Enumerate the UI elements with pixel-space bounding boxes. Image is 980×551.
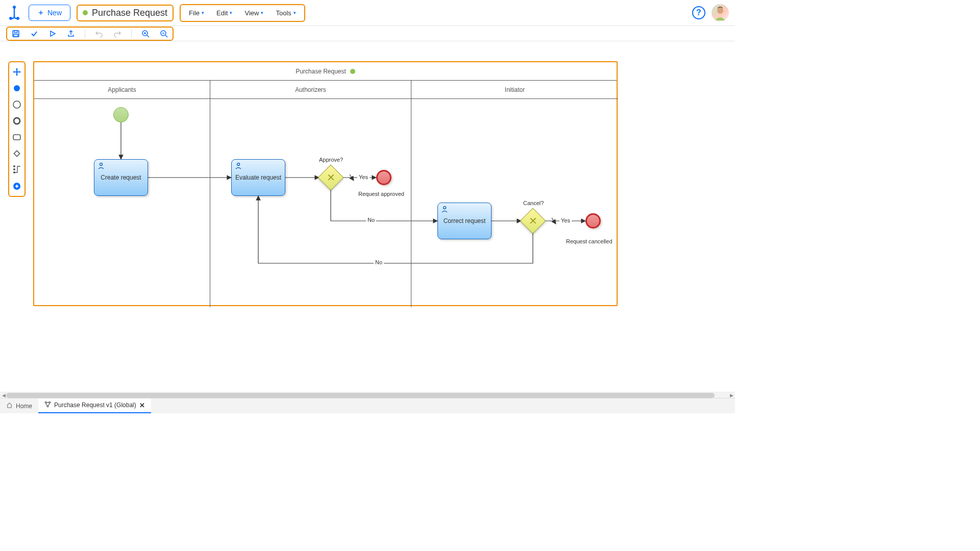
- palette-gateway-icon[interactable]: [11, 148, 22, 159]
- help-icon[interactable]: ?: [692, 6, 705, 19]
- palette-move-icon[interactable]: [11, 66, 22, 78]
- svg-point-18: [100, 163, 103, 166]
- svg-point-16: [14, 166, 15, 167]
- edge-label-yes: Yes: [559, 217, 572, 223]
- svg-point-0: [13, 6, 16, 9]
- process-pool[interactable]: Purchase Request: [33, 61, 618, 306]
- run-icon[interactable]: [48, 29, 57, 38]
- pool-title-bar: Purchase Request: [34, 62, 617, 81]
- lane-authorizers[interactable]: Authorizers Evaluate request ✕ Approve? …: [210, 81, 411, 307]
- menu-edit[interactable]: Edit▾: [211, 7, 237, 19]
- svg-rect-6: [14, 34, 18, 37]
- palette-add-icon[interactable]: [11, 181, 22, 192]
- edge-label-yes: Yes: [357, 174, 370, 180]
- process-title-chip[interactable]: Purchase Request: [77, 5, 174, 21]
- gateway-label: Cancel?: [523, 200, 544, 206]
- palette-connector-icon[interactable]: [11, 164, 22, 176]
- svg-rect-13: [14, 151, 19, 156]
- toolbar-separator: [131, 30, 132, 38]
- tab-label: Purchase Request v1 (Global): [54, 402, 136, 409]
- start-event[interactable]: [113, 107, 129, 122]
- lane-header: Applicants: [34, 81, 210, 99]
- svg-point-11: [14, 118, 20, 124]
- chevron-down-icon: ▾: [202, 10, 204, 15]
- gateway-label: Approve?: [319, 157, 343, 163]
- svg-rect-12: [13, 135, 20, 140]
- end-event-approved[interactable]: [376, 170, 391, 185]
- lane-initiator[interactable]: Initiator Correct request ✕ Cancel? Requ…: [411, 81, 618, 307]
- svg-point-20: [444, 207, 446, 209]
- palette-end-event-icon[interactable]: [11, 115, 22, 127]
- plus-icon: ＋: [37, 8, 44, 17]
- end-event-cancelled[interactable]: [585, 213, 601, 229]
- export-icon[interactable]: [66, 29, 76, 38]
- user-avatar[interactable]: [712, 4, 729, 21]
- status-dot-icon: [83, 10, 88, 15]
- pool-title: Purchase Request: [296, 68, 346, 75]
- palette-start-event-icon[interactable]: [11, 83, 22, 94]
- process-title: Purchase Request: [92, 8, 167, 18]
- gateway-approve[interactable]: ✕: [318, 165, 344, 191]
- lane-header: Authorizers: [210, 81, 411, 99]
- menu-bar: File▾ Edit▾ View▾ Tools▾: [180, 4, 305, 22]
- end-event-label: Request approved: [358, 191, 404, 197]
- svg-point-1: [9, 17, 12, 20]
- workspace: Purchase Request: [0, 42, 735, 398]
- process-icon: [44, 401, 51, 409]
- chevron-down-icon: ▾: [261, 10, 263, 15]
- svg-point-19: [237, 163, 240, 166]
- save-icon[interactable]: [11, 29, 20, 38]
- svg-rect-5: [14, 31, 17, 33]
- action-toolbar-group: [6, 27, 174, 41]
- svg-point-15: [14, 169, 15, 170]
- shape-palette: [8, 61, 26, 197]
- redo-icon: [113, 29, 122, 38]
- user-task-icon: [235, 162, 242, 171]
- lane-header: Initiator: [411, 81, 618, 99]
- menu-tools[interactable]: Tools▾: [271, 7, 301, 19]
- status-dot-icon: [350, 69, 355, 74]
- tab-label: Home: [16, 403, 32, 410]
- svg-point-9: [14, 85, 20, 91]
- lane-applicants[interactable]: Applicants Create request: [34, 81, 210, 307]
- validate-icon[interactable]: [30, 29, 39, 38]
- bottom-tab-bar: Home Purchase Request v1 (Global) ✕: [0, 398, 735, 413]
- zoom-out-icon[interactable]: [159, 29, 168, 38]
- user-task-icon: [97, 162, 105, 171]
- top-bar: ＋ New Purchase Request File▾ Edit▾ View▾…: [0, 0, 735, 26]
- zoom-in-icon[interactable]: [141, 29, 150, 38]
- horizontal-scrollbar[interactable]: ◀ ▶: [0, 392, 735, 398]
- close-icon[interactable]: ✕: [139, 402, 145, 409]
- undo-icon: [94, 29, 104, 38]
- svg-point-10: [13, 101, 20, 108]
- end-event-label: Request cancelled: [566, 238, 612, 244]
- svg-point-3: [717, 8, 723, 14]
- app-logo-icon: [6, 5, 22, 21]
- menu-file[interactable]: File▾: [184, 7, 209, 19]
- chevron-down-icon: ▾: [293, 10, 296, 15]
- new-button-label: New: [47, 9, 62, 17]
- tab-home[interactable]: Home: [0, 398, 38, 414]
- home-icon: [6, 402, 13, 410]
- toolbar-separator: [85, 30, 85, 38]
- scroll-right-icon[interactable]: ▶: [729, 393, 734, 398]
- svg-point-22: [49, 402, 51, 403]
- action-toolbar: [0, 26, 735, 41]
- task-label: Create request: [101, 174, 141, 181]
- edge-label-no: No: [366, 217, 376, 223]
- gateway-cancel[interactable]: ✕: [520, 208, 546, 234]
- svg-point-21: [45, 402, 46, 403]
- svg-point-2: [16, 17, 19, 20]
- task-create-request[interactable]: Create request: [94, 159, 148, 196]
- task-label: Evaluate request: [235, 174, 281, 181]
- tab-current-process[interactable]: Purchase Request v1 (Global) ✕: [38, 398, 151, 414]
- new-button[interactable]: ＋ New: [29, 5, 70, 21]
- palette-intermediate-event-icon[interactable]: [11, 99, 22, 110]
- task-correct-request[interactable]: Correct request: [437, 203, 492, 239]
- task-evaluate-request[interactable]: Evaluate request: [231, 159, 285, 196]
- edge-label-no-loop: No: [374, 259, 384, 265]
- scroll-left-icon[interactable]: ◀: [1, 393, 6, 398]
- menu-view[interactable]: View▾: [239, 7, 268, 19]
- palette-task-icon[interactable]: [11, 132, 22, 143]
- user-task-icon: [441, 206, 448, 214]
